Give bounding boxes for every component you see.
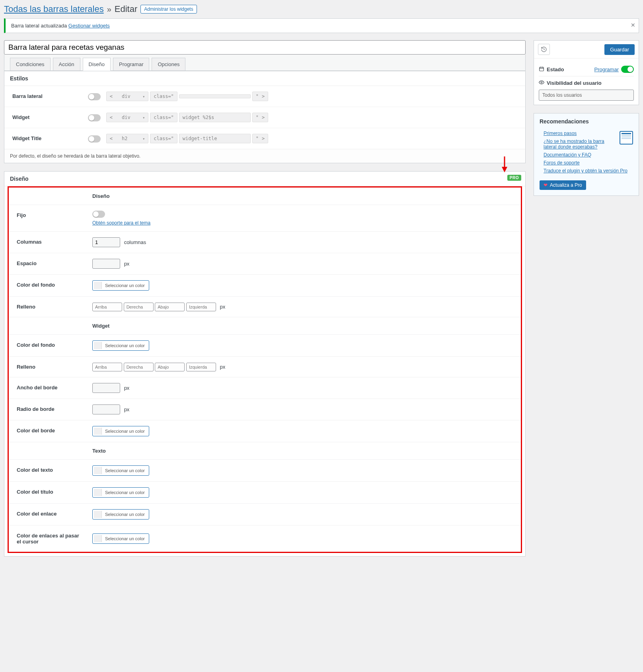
reco-translate[interactable]: Traduce el plugin y obtén la versión Pro [544, 168, 627, 174]
spacing-unit: px [124, 261, 130, 267]
eye-icon [539, 80, 544, 86]
tab-options[interactable]: Opciones [152, 58, 185, 70]
user-visibility-input[interactable] [539, 90, 634, 101]
bg-color-picker[interactable]: Seleccionar un color [92, 280, 149, 291]
label-columns: Columnas [9, 232, 88, 253]
border-width-unit: px [124, 385, 130, 391]
label-link-color: Color del enlace [9, 504, 88, 525]
reco-not-shown[interactable]: ¿No se ha mostrado la barra lateral dond… [544, 139, 604, 150]
sidebar-code: < div ▾ class=" "> [106, 92, 269, 101]
breadcrumb-current: Editar [115, 4, 137, 14]
tab-design[interactable]: Diseño [83, 58, 111, 71]
label-border-color: Color del borde [9, 420, 88, 442]
label-padding: Relleno [9, 297, 88, 317]
calendar-icon [539, 66, 544, 73]
design-header: Diseño PRO [4, 172, 525, 186]
title-color-picker[interactable]: Seleccionar un color [92, 487, 149, 498]
label-bg-color: Color del fondo [9, 275, 88, 297]
label-title-color: Color del título [9, 482, 88, 504]
border-radius-unit: px [124, 406, 130, 412]
wpadding-left-input[interactable] [186, 363, 216, 371]
toggle-widget-title-style[interactable] [88, 135, 101, 143]
recommendations-box: Recomendaciones Primeros pasos ¿No se ha… [534, 113, 639, 196]
border-radius-input[interactable] [92, 404, 120, 414]
color-swatch-icon [94, 511, 102, 518]
columns-unit: columnas [124, 239, 146, 245]
notice-manage-link[interactable]: Gestionar widgets [68, 23, 110, 29]
chevron-down-icon: ▾ [142, 115, 145, 120]
label-text-color: Color del texto [9, 460, 88, 482]
svg-point-6 [541, 82, 542, 83]
border-color-picker[interactable]: Seleccionar un color [92, 426, 149, 436]
heart-icon: ❤ [544, 182, 548, 188]
tab-action[interactable]: Acción [53, 58, 80, 70]
svg-rect-2 [540, 67, 544, 70]
breadcrumb-sep: » [107, 5, 111, 14]
padding-left-input[interactable] [186, 303, 216, 311]
toggle-widget-style[interactable] [88, 114, 101, 121]
spacing-input[interactable] [92, 259, 120, 269]
widget-bg-color-picker[interactable]: Seleccionar un color [92, 340, 149, 351]
widget-code: < div ▾ class=" widget %2$s "> [106, 113, 269, 122]
label-link-hover-color: Color de enlaces al pasar el cursor [9, 525, 88, 552]
label-fixed: Fijo [9, 205, 88, 232]
padding-unit: px [220, 304, 226, 310]
row-widget-title-label: Widget Title [4, 128, 84, 149]
widget-title-code: < h2 ▾ class=" widget-title "> [106, 134, 269, 143]
styles-header: Estilos [4, 71, 525, 86]
reco-forums[interactable]: Foros de soporte [544, 160, 580, 166]
tab-schedule[interactable]: Programar [113, 58, 149, 70]
visibility-label: Visibilidad del usuario [547, 80, 602, 86]
manage-widgets-button[interactable]: Administrar los widgets [140, 5, 197, 14]
update-notice: Barra lateral actualizada Gestionar widg… [4, 18, 639, 33]
label-widget-padding: Relleno [9, 357, 88, 377]
label-border-radius: Radio de borde [9, 399, 88, 420]
link-hover-color-picker[interactable]: Seleccionar un color [92, 533, 149, 544]
notice-text: Barra lateral actualizada [11, 23, 68, 29]
fixed-support-link[interactable]: Obtén soporte para el tema [92, 220, 150, 226]
wpadding-unit: px [220, 364, 226, 370]
color-swatch-icon [94, 489, 102, 496]
styles-footer: Por defecto, el diseño se heredará de la… [4, 149, 525, 163]
tab-bar: Condiciones Acción Diseño Programar Opci… [4, 55, 525, 71]
section-widget: Widget [88, 317, 521, 335]
reco-title: Recomendaciones [534, 113, 639, 129]
reco-docs[interactable]: Documentación y FAQ [544, 152, 591, 158]
save-button[interactable]: Guardar [604, 44, 635, 55]
toggle-fixed[interactable] [92, 211, 105, 218]
styles-panel: Estilos Barra lateral < div ▾ class=" "> [4, 71, 526, 163]
padding-right-input[interactable] [124, 303, 154, 311]
chevron-down-icon: ▾ [142, 137, 145, 141]
upgrade-pro-button[interactable]: ❤ Actualiza a Pro [540, 180, 586, 190]
color-swatch-icon [94, 467, 102, 474]
label-border-width: Ancho del borde [9, 377, 88, 399]
wpadding-right-input[interactable] [124, 363, 154, 371]
breadcrumb-all-link[interactable]: Todas las barras laterales [4, 4, 104, 14]
color-swatch-icon [94, 428, 102, 435]
border-width-input[interactable] [92, 383, 120, 393]
tab-conditions[interactable]: Condiciones [10, 58, 51, 70]
columns-input[interactable] [92, 237, 120, 247]
toggle-sidebar-style[interactable] [88, 93, 101, 100]
wpadding-bottom-input[interactable] [155, 363, 185, 371]
schedule-link[interactable]: Programar [594, 66, 619, 72]
design-highlight: Diseño Fijo Obtén soporte para el tema C… [8, 186, 522, 553]
pro-badge: PRO [507, 175, 521, 181]
wpadding-top-input[interactable] [92, 363, 122, 371]
close-icon[interactable]: ✕ [631, 22, 635, 28]
link-color-picker[interactable]: Seleccionar un color [92, 509, 149, 520]
padding-bottom-input[interactable] [155, 303, 185, 311]
row-widget-label: Widget [4, 107, 84, 128]
history-icon[interactable] [538, 44, 550, 55]
sidebar-title-input[interactable] [4, 40, 526, 55]
text-color-picker[interactable]: Seleccionar un color [92, 465, 149, 476]
section-text: Texto [88, 442, 521, 460]
breadcrumb: Todas las barras laterales » Editar Admi… [4, 4, 639, 14]
color-swatch-icon [94, 342, 102, 349]
toggle-state[interactable] [621, 66, 634, 73]
padding-top-input[interactable] [92, 303, 122, 311]
color-swatch-icon [94, 282, 102, 289]
label-widget-bg: Color del fondo [9, 335, 88, 357]
reco-first-steps[interactable]: Primeros pasos [544, 131, 577, 136]
color-swatch-icon [94, 535, 102, 542]
